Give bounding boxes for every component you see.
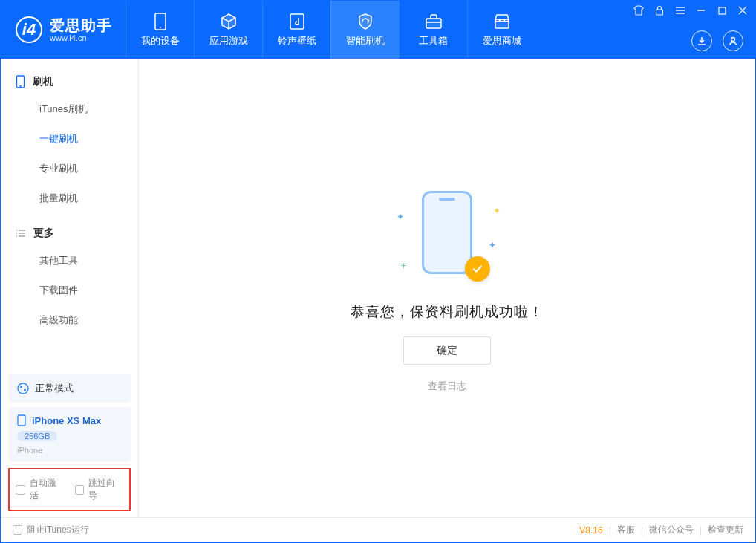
sparkle-icon: ✦ xyxy=(489,240,496,250)
checkbox-label: 自动激活 xyxy=(30,477,65,502)
svg-point-10 xyxy=(18,383,28,394)
options-highlighted-box: 自动激活 跳过向导 xyxy=(8,468,131,511)
sidebar-item-advanced[interactable]: 高级功能 xyxy=(1,305,138,335)
phone-small-icon xyxy=(16,75,25,88)
app-domain: www.i4.cn xyxy=(50,33,112,42)
checkbox-icon xyxy=(75,485,85,495)
device-name: iPhone XS Max xyxy=(32,415,101,426)
menu-icon[interactable] xyxy=(675,5,685,16)
sidebar-item-oneclick-flash[interactable]: 一键刷机 xyxy=(1,124,138,154)
sparkle-icon: ✦ xyxy=(493,206,501,216)
svg-rect-3 xyxy=(426,19,441,28)
sidebar-item-itunes-flash[interactable]: iTunes刷机 xyxy=(1,94,138,124)
footer-link-update[interactable]: 检查更新 xyxy=(708,524,743,536)
checkbox-label: 跳过向导 xyxy=(88,477,123,502)
svg-point-7 xyxy=(731,38,735,42)
app-body: 刷机 iTunes刷机 一键刷机 专业刷机 批量刷机 更多 其他工具 下载固件 … xyxy=(1,59,755,517)
checkbox-skip-guide[interactable]: 跳过向导 xyxy=(75,477,124,502)
tab-my-device[interactable]: 我的设备 xyxy=(126,1,194,59)
tab-store[interactable]: 爱思商城 xyxy=(467,1,535,59)
footer-link-wechat[interactable]: 微信公众号 xyxy=(649,524,694,536)
success-title: 恭喜您，保资料刷机成功啦！ xyxy=(351,302,544,322)
checkbox-block-itunes[interactable]: 阻止iTunes运行 xyxy=(13,524,89,536)
svg-rect-13 xyxy=(18,415,25,426)
main-tabs: 我的设备 应用游戏 铃声壁纸 智能刷机 工具箱 爱思商城 xyxy=(126,1,535,59)
main-content: ✦ ✦ + ✦ 恭喜您，保资料刷机成功啦！ 确定 查看日志 xyxy=(139,59,755,517)
tab-apps-games[interactable]: 应用游戏 xyxy=(194,1,262,59)
svg-point-1 xyxy=(160,27,161,28)
footer-link-support[interactable]: 客服 xyxy=(617,524,635,536)
sidebar-group-title: 更多 xyxy=(33,227,54,240)
ok-button[interactable]: 确定 xyxy=(403,336,491,365)
close-icon[interactable] xyxy=(737,5,748,16)
music-note-icon xyxy=(287,12,307,31)
header-round-buttons xyxy=(691,30,743,51)
user-button[interactable] xyxy=(723,30,743,51)
svg-point-12 xyxy=(24,389,26,391)
cube-icon xyxy=(219,12,238,31)
list-icon xyxy=(16,229,26,238)
checkbox-icon xyxy=(16,485,25,495)
sidebar-item-batch-flash[interactable]: 批量刷机 xyxy=(1,183,138,213)
sidebar-group-more: 更多 xyxy=(1,221,138,246)
view-log-link[interactable]: 查看日志 xyxy=(428,380,466,393)
status-bar: 阻止iTunes运行 V8.16 | 客服 | 微信公众号 | 检查更新 xyxy=(1,517,755,542)
mode-icon xyxy=(17,383,29,394)
tab-label: 应用游戏 xyxy=(209,34,248,48)
check-badge-icon xyxy=(465,256,490,282)
app-logo: i4 爱思助手 www.i4.cn xyxy=(1,1,126,59)
device-small-icon xyxy=(17,414,26,426)
storefront-icon xyxy=(492,12,512,31)
tab-label: 智能刷机 xyxy=(346,34,385,48)
svg-point-11 xyxy=(20,386,22,388)
maximize-icon[interactable] xyxy=(717,5,727,16)
sidebar-item-pro-flash[interactable]: 专业刷机 xyxy=(1,154,138,183)
success-illustration: ✦ ✦ + ✦ xyxy=(388,183,506,287)
title-bar: i4 爱思助手 www.i4.cn 我的设备 应用游戏 铃声壁纸 智能刷机 xyxy=(1,1,755,59)
device-icon xyxy=(151,12,170,31)
app-window: { "header": { "app_name": "爱思助手", "app_d… xyxy=(0,0,756,543)
window-controls xyxy=(633,5,748,16)
tab-label: 爱思商城 xyxy=(483,34,521,48)
tab-label: 工具箱 xyxy=(419,34,448,48)
svg-point-9 xyxy=(20,85,22,87)
device-type: iPhone xyxy=(17,446,42,455)
download-button[interactable] xyxy=(691,30,712,51)
sparkle-icon: + xyxy=(401,261,406,271)
sidebar-group-flash: 刷机 xyxy=(1,69,138,94)
mode-card[interactable]: 正常模式 xyxy=(8,374,131,403)
phone-illustration-icon xyxy=(422,191,472,274)
sidebar-group-title: 刷机 xyxy=(33,75,53,88)
minimize-icon[interactable] xyxy=(696,5,706,16)
version-label: V8.16 xyxy=(579,525,602,536)
sidebar: 刷机 iTunes刷机 一键刷机 专业刷机 批量刷机 更多 其他工具 下载固件 … xyxy=(1,59,139,517)
tab-label: 铃声壁纸 xyxy=(278,34,316,48)
logo-mark-icon: i4 xyxy=(16,16,42,43)
checkbox-label: 阻止iTunes运行 xyxy=(27,524,89,536)
sparkle-icon: ✦ xyxy=(397,212,404,222)
checkbox-icon xyxy=(13,525,22,535)
svg-rect-4 xyxy=(495,19,509,28)
shield-refresh-icon xyxy=(356,12,375,31)
tab-label: 我的设备 xyxy=(141,34,180,48)
svg-rect-6 xyxy=(719,7,726,14)
tab-ringtones-wallpapers[interactable]: 铃声壁纸 xyxy=(262,1,330,59)
device-capacity: 256GB xyxy=(17,431,57,441)
checkbox-auto-activate[interactable]: 自动激活 xyxy=(16,477,65,502)
app-title: 爱思助手 xyxy=(50,17,112,33)
mode-label: 正常模式 xyxy=(35,382,74,395)
svg-rect-5 xyxy=(656,10,663,15)
sidebar-item-download-firmware[interactable]: 下载固件 xyxy=(1,276,138,305)
shirt-icon[interactable] xyxy=(633,5,644,16)
tab-smart-flash[interactable]: 智能刷机 xyxy=(330,1,399,59)
toolbox-icon xyxy=(424,12,443,31)
device-card[interactable]: iPhone XS Max 256GB iPhone xyxy=(8,407,131,462)
lock-icon[interactable] xyxy=(654,5,665,16)
sidebar-item-other-tools[interactable]: 其他工具 xyxy=(1,246,138,276)
tab-toolbox[interactable]: 工具箱 xyxy=(399,1,467,59)
